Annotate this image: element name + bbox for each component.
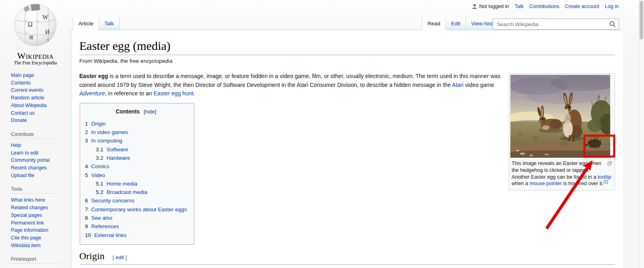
toc-toggle: [hide] (144, 109, 156, 115)
wikipedia-logo[interactable]: W Ω И 维 7 Wikipedia The Free Encyclopedi… (7, 2, 64, 66)
edit-section: [ edit ] (113, 254, 127, 260)
scrollbar-thumb[interactable] (640, 1, 643, 39)
toc-link-external-links[interactable]: External links (94, 232, 126, 238)
toc-item-security-concerns: 6Security concerns (85, 196, 187, 205)
personal-link-contributions[interactable]: Contributions (529, 4, 559, 9)
tab-edit[interactable]: Edit (446, 17, 466, 30)
sidebar-link-upload-file[interactable]: Upload file (11, 172, 67, 179)
tab-label: Article (78, 21, 93, 27)
wikilink-adventure[interactable]: Adventure (79, 90, 105, 97)
text-run: . (193, 90, 195, 97)
toc-link-home-media[interactable]: Home media (107, 181, 138, 187)
toc-item-contemporary-works-about-easter-eggs: 7Contemporary works about Easter eggs (85, 205, 187, 214)
toc-item-software: 3.1Software (85, 145, 187, 154)
sidebar-link-wikidata-item[interactable]: Wikidata item (11, 242, 67, 249)
wikipedia-globe-icon: W Ω И 维 7 (10, 2, 61, 49)
toc-bracket-close: ] (155, 109, 156, 115)
sidebar-link-recent-changes[interactable]: Recent changes (11, 164, 67, 172)
text-run: video game (464, 82, 494, 88)
sidebar-link-cite-this-page[interactable]: Cite this page (11, 234, 67, 242)
table-of-contents: Contents [hide] 1Origin2In video games3I… (80, 103, 194, 245)
sidebar-link-related-changes[interactable]: Related changes (11, 204, 67, 212)
sidebar-link-community-portal[interactable]: Community portal (11, 157, 67, 164)
personal-link-create-account[interactable]: Create account (565, 4, 599, 9)
toc-number: 4 (85, 163, 88, 169)
toc-item-home-media: 5.1Home media (85, 179, 187, 188)
sidebar-list: What links hereRelated changesSpecial pa… (11, 196, 67, 249)
sidebar-link-contents[interactable]: Contents (11, 79, 67, 87)
sidebar-link-donate[interactable]: Donate (11, 117, 67, 124)
toc-link-references[interactable]: References (91, 223, 119, 229)
toc-item-references: 9References (85, 222, 187, 231)
toc-link-broadcast-media[interactable]: Broadcast media (107, 189, 147, 195)
sidebar-section-contribute: Contribute (11, 132, 60, 139)
toc-link-video[interactable]: Video (91, 172, 105, 178)
article-image[interactable] (510, 75, 610, 158)
tab-talk[interactable]: Talk (99, 17, 120, 30)
content-area: Easter egg (media) From Wikipedia, the f… (71, 30, 623, 268)
sidebar-link-about-wikipedia[interactable]: About Wikipedia (11, 102, 67, 109)
toc-item-comics: 4Comics (85, 162, 187, 171)
sidebar-link-random-article[interactable]: Random article (11, 94, 67, 102)
enlarge-icon[interactable] (607, 161, 612, 168)
sidebar-link-contact-us[interactable]: Contact us (11, 109, 67, 117)
tab-label: Talk (104, 21, 114, 27)
toc-number: 5 (85, 172, 88, 178)
scrollbar[interactable] (639, 0, 644, 268)
logo-tagline: The Free Encyclopedia (7, 60, 64, 66)
sidebar-link-special-pages[interactable]: Special pages (11, 212, 67, 219)
svg-text:W: W (42, 14, 49, 21)
text-run: when a (512, 181, 529, 186)
toc-number: 1 (85, 121, 88, 127)
sidebar-link-page-information[interactable]: Page information (11, 227, 67, 234)
edit-bracket-open: [ (113, 254, 114, 260)
wikilink-mouse-pointer[interactable]: mouse pointer (529, 181, 561, 186)
thumb-caption-text: This image reveals an Easter egg when th… (512, 161, 611, 186)
personal-link-log-in[interactable]: Log in (605, 4, 619, 9)
toc-link-origin[interactable]: Origin (91, 121, 106, 127)
toc-link-in-video-games[interactable]: In video games (91, 129, 128, 135)
personal-link-talk[interactable]: Talk (515, 4, 524, 9)
sidebar-link-main-page[interactable]: Main page (11, 72, 67, 79)
toc-link-hardware[interactable]: Hardware (107, 155, 130, 161)
toc-hide-link[interactable]: hide (145, 109, 155, 115)
search-input[interactable] (493, 19, 619, 30)
toc-link-software[interactable]: Software (107, 146, 128, 153)
toc-number: 5.2 (96, 189, 103, 195)
toc-header: Contents [hide] (85, 107, 187, 117)
toc-link-comics[interactable]: Comics (91, 163, 109, 169)
sidebar-link-permanent-link[interactable]: Permanent link (11, 219, 67, 227)
sidebar-link-learn-to-edit[interactable]: Learn to edit (11, 149, 67, 157)
sidebar-nav: Main pageContentsCurrent eventsRandom ar… (11, 69, 67, 268)
tab-label: Read (427, 21, 440, 27)
toc-item-broadcast-media: 5.2Broadcast media (85, 188, 187, 196)
svg-text:И: И (45, 29, 50, 35)
sidebar-link-help[interactable]: Help (11, 142, 67, 149)
wikilink-tooltip[interactable]: tooltip (598, 174, 611, 180)
toc-link-security-concerns[interactable]: Security concerns (91, 198, 134, 204)
toc-link-contemporary-works-about-easter-eggs[interactable]: Contemporary works about Easter eggs (91, 206, 187, 212)
text-run: is a term used to describe a message, im… (79, 73, 500, 88)
toc-link-in-computing[interactable]: In computing (91, 138, 122, 144)
tab-article[interactable]: Article (73, 17, 99, 30)
toc-link-see-also[interactable]: See also (91, 215, 113, 221)
thumbnail-caption: This image reveals an Easter egg when th… (510, 158, 613, 189)
sidebar-link-what-links-here[interactable]: What links here (11, 196, 67, 204)
wikilink-easter-egg-hunt[interactable]: Easter egg hunt (153, 90, 193, 97)
tabs-left: ArticleTalk (73, 17, 120, 30)
tab-label: Edit (451, 21, 460, 27)
wikilink-atari[interactable]: Atari (452, 82, 464, 88)
toc-item-video: 5Video (85, 171, 187, 179)
tab-read[interactable]: Read (422, 17, 446, 30)
reference-link[interactable]: [1] (604, 179, 608, 184)
toc-number: 5.1 (96, 181, 103, 187)
text-run: This image reveals an Easter egg when th… (512, 161, 601, 180)
toc-item-external-links: 10External links (85, 231, 187, 239)
toc-item-in-video-games: 2In video games (85, 128, 187, 136)
search-box (493, 19, 619, 30)
edit-link[interactable]: edit (116, 254, 124, 260)
search-icon[interactable] (609, 21, 616, 28)
site-subtitle: From Wikipedia, the free encyclopedia (79, 58, 615, 64)
toc-item-in-computing: 3In computing (85, 136, 187, 145)
sidebar-link-current-events[interactable]: Current events (11, 87, 67, 94)
